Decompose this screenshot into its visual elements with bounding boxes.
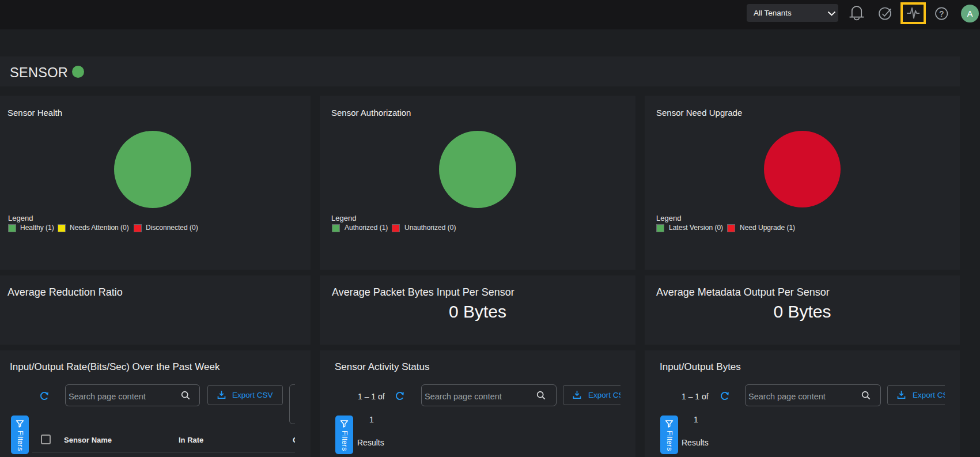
svg-text:?: ? bbox=[939, 9, 944, 18]
